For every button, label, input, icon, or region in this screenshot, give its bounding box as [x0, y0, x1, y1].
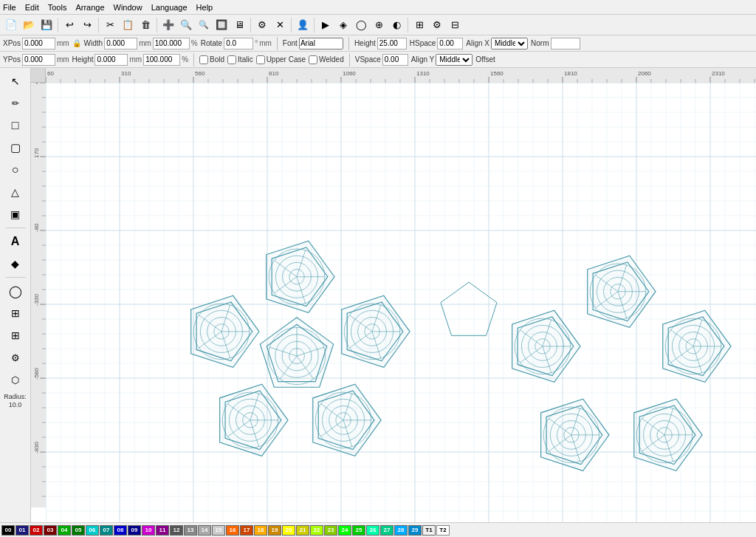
xpos-input[interactable] [22, 38, 55, 49]
zoom-out-button[interactable]: 🔍 [196, 17, 212, 33]
height-pct-input[interactable] [143, 54, 180, 66]
contour-button[interactable]: ◯ [353, 17, 369, 33]
user-button[interactable]: 👤 [295, 17, 311, 33]
undo-button[interactable]: ↩ [61, 17, 78, 33]
color-swatch-22[interactable]: 22 [310, 525, 323, 536]
menu-edit[interactable]: Edit [25, 3, 39, 12]
shadow-button[interactable]: ◐ [388, 17, 405, 33]
color-swatch-12[interactable]: 12 [170, 525, 183, 536]
color-swatch-15[interactable]: 15 [212, 525, 225, 536]
color-swatch-05[interactable]: 05 [72, 525, 85, 536]
menu-language[interactable]: Language [151, 3, 188, 12]
color-swatch-17[interactable]: 17 [240, 525, 253, 536]
color-swatch-16[interactable]: 16 [226, 525, 239, 536]
drawing-canvas[interactable] [46, 83, 756, 522]
color-swatch-04[interactable]: 04 [58, 525, 71, 536]
vspace-input[interactable] [382, 54, 408, 66]
menu-tools[interactable]: Tools [48, 3, 67, 12]
zoom-in-button[interactable]: 🔍 [178, 17, 194, 33]
align-button[interactable]: ⊟ [447, 17, 463, 33]
norm-input[interactable] [551, 38, 580, 49]
color-swatch-28[interactable]: 28 [394, 525, 408, 536]
hspace-input[interactable] [437, 38, 463, 49]
height2-input[interactable] [94, 54, 128, 66]
rounded-rect-tool[interactable]: ▢ [5, 137, 26, 158]
width-input[interactable] [104, 38, 137, 49]
open-button[interactable]: 📂 [21, 17, 37, 33]
add-button[interactable]: ➕ [160, 17, 176, 33]
rectangle-tool[interactable]: □ [5, 115, 26, 136]
node-button[interactable]: ◈ [335, 17, 351, 33]
color-swatch-26[interactable]: 26 [366, 525, 379, 536]
color-swatch-00[interactable]: 00 [1, 525, 15, 536]
settings-button[interactable]: ⚙ [254, 17, 270, 33]
redo-button[interactable]: ↪ [79, 17, 95, 33]
ellipse-tool[interactable]: ◯ [5, 281, 26, 301]
menu-window[interactable]: Window [114, 3, 142, 12]
ypos-input[interactable] [22, 54, 55, 66]
color-swatch-02[interactable]: 02 [30, 525, 43, 536]
color-swatch-20[interactable]: 20 [282, 525, 295, 536]
grid-button[interactable]: ⊞ [411, 17, 427, 33]
array-tool[interactable]: ⊞ [5, 325, 26, 346]
rotate-input[interactable] [224, 38, 253, 49]
color-swatch-18[interactable]: 18 [254, 525, 267, 536]
color-swatch-T2[interactable]: T2 [436, 525, 450, 536]
text-tool[interactable]: A [5, 231, 26, 252]
color-swatch-27[interactable]: 27 [380, 525, 394, 536]
close-button[interactable]: ✕ [272, 17, 288, 33]
color-swatch-06[interactable]: 06 [86, 525, 99, 536]
cut-button[interactable]: ✂ [102, 17, 118, 33]
menu-file[interactable]: File [3, 3, 16, 12]
color-swatch-T1[interactable]: T1 [422, 525, 436, 536]
ruler-left [31, 83, 46, 507]
color-swatch-08[interactable]: 08 [114, 525, 127, 536]
anchor-tool[interactable]: ◆ [5, 253, 26, 274]
uppercase-checkbox[interactable] [256, 55, 265, 64]
width-pct-input[interactable] [153, 38, 190, 49]
frame-rect-tool[interactable]: ▣ [5, 204, 26, 225]
snap-button[interactable]: ⚙ [429, 17, 445, 33]
save-button[interactable]: 💾 [38, 17, 55, 33]
color-swatch-24[interactable]: 24 [338, 525, 351, 536]
color-swatch-19[interactable]: 19 [268, 525, 281, 536]
color-swatch-09[interactable]: 09 [128, 525, 141, 536]
color-swatch-11[interactable]: 11 [156, 525, 169, 536]
color-swatch-14[interactable]: 14 [198, 525, 211, 536]
poly-tool[interactable]: ⬡ [5, 369, 26, 390]
new-button[interactable]: 📄 [3, 17, 19, 33]
canvas-area[interactable] [31, 68, 756, 522]
italic-checkbox[interactable] [227, 55, 236, 64]
color-swatch-25[interactable]: 25 [352, 525, 365, 536]
monitor-button[interactable]: 🖥 [231, 17, 247, 33]
aligny-select[interactable]: MiddleTopBottom [436, 54, 472, 66]
select-tool[interactable]: ↖ [5, 71, 26, 92]
height-input[interactable] [377, 38, 407, 49]
delete-button[interactable]: 🗑 [137, 17, 154, 33]
color-swatch-29[interactable]: 29 [408, 525, 422, 536]
color-swatch-13[interactable]: 13 [184, 525, 197, 536]
menu-arrange[interactable]: Arrange [75, 3, 104, 12]
play-button[interactable]: ▶ [317, 17, 334, 33]
select-all-button[interactable]: 🔲 [213, 17, 230, 33]
copy-button[interactable]: 📋 [120, 17, 136, 33]
circle-tool[interactable]: ○ [5, 160, 26, 180]
bold-checkbox[interactable] [199, 55, 208, 64]
lock-icon[interactable]: 🔒 [72, 39, 81, 47]
weld-button[interactable]: ⊕ [371, 17, 387, 33]
gear-tool[interactable]: ⚙ [5, 347, 26, 368]
frame-sq-tool[interactable]: ⊞ [5, 303, 26, 324]
color-swatch-23[interactable]: 23 [324, 525, 337, 536]
color-swatch-10[interactable]: 10 [142, 525, 155, 536]
color-swatch-21[interactable]: 21 [296, 525, 309, 536]
alignx-select[interactable]: MiddleLeftRight [491, 38, 528, 49]
font-input[interactable] [299, 38, 343, 49]
main-canvas[interactable] [46, 83, 756, 522]
menu-help[interactable]: Help [196, 3, 213, 12]
pen-tool[interactable]: ✏ [5, 93, 26, 114]
welded-checkbox[interactable] [309, 55, 317, 64]
color-swatch-03[interactable]: 03 [44, 525, 57, 536]
triangle-tool[interactable]: △ [5, 182, 26, 202]
color-swatch-07[interactable]: 07 [100, 525, 113, 536]
color-swatch-01[interactable]: 01 [16, 525, 29, 536]
